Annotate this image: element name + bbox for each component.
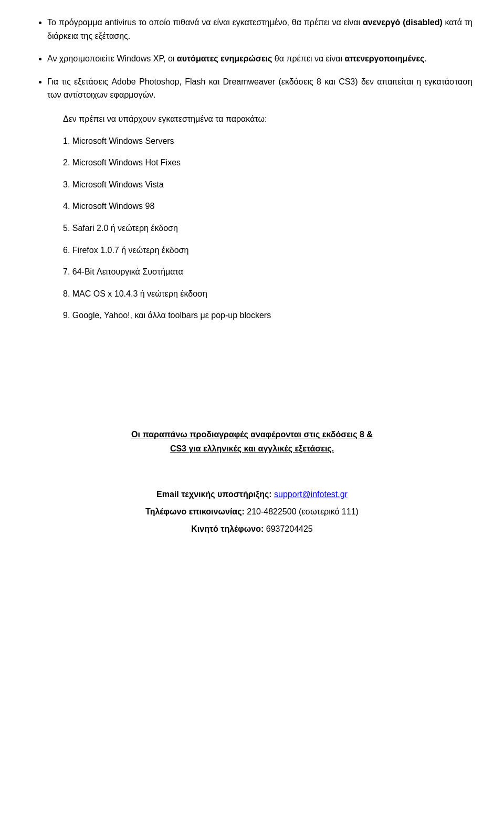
updates-bold1: αυτόματες ενημερώσεις	[177, 54, 272, 63]
phone-label: Τηλέφωνο επικοινωνίας:	[145, 507, 247, 516]
list-item: 7. 64-Bit Λειτουργικά Συστήματα	[63, 265, 472, 279]
list-item: 8. MAC OS x 10.4.3 ή νεώτερη έκδοση	[63, 287, 472, 301]
updates-text1: Αν χρησιμοποιείτε Windows XP, οι	[47, 54, 177, 63]
numbered-intro: Δεν πρέπει να υπάρχουν εγκατεστημένα τα …	[63, 112, 472, 126]
email-label: Email τεχνικής υποστήριξης:	[156, 490, 274, 499]
email-link[interactable]: support@infotest.gr	[274, 490, 348, 499]
list-item: 3. Microsoft Windows Vista	[63, 178, 472, 192]
contact-section: Email τεχνικής υποστήριξης: support@info…	[32, 487, 472, 554]
phone-line: Τηλέφωνο επικοινωνίας: 210-4822500 (εσωτ…	[32, 504, 472, 520]
item-4: 4. Microsoft Windows 98	[63, 202, 154, 210]
updates-text3: .	[424, 54, 426, 63]
email-line: Email τεχνικής υποστήριξης: support@info…	[32, 487, 472, 502]
numbered-items-list: 1. Microsoft Windows Servers 2. Microsof…	[63, 134, 472, 322]
item-7: 7. 64-Bit Λειτουργικά Συστήματα	[63, 267, 183, 276]
updates-bold2: απενεργοποιημένες	[345, 54, 425, 63]
list-item-adobe: Για τις εξετάσεις Adobe Photoshop, Flash…	[47, 75, 472, 102]
bullet-list: Το πρόγραμμα antivirus το οποίο πιθανά ν…	[32, 16, 472, 102]
item-2: 2. Microsoft Windows Hot Fixes	[63, 158, 181, 167]
item-5: 5. Safari 2.0 ή νεώτερη έκδοση	[63, 224, 178, 233]
list-item: 4. Microsoft Windows 98	[63, 199, 472, 213]
mobile-value: 6937204425	[266, 524, 313, 533]
item-9: 9. Google, Yahoo!, και άλλα toolbars με …	[63, 311, 271, 320]
list-item: 2. Microsoft Windows Hot Fixes	[63, 156, 472, 170]
adobe-text: Για τις εξετάσεις Adobe Photoshop, Flash…	[47, 77, 472, 100]
list-item: 5. Safari 2.0 ή νεώτερη έκδοση	[63, 222, 472, 235]
spacer	[32, 333, 472, 396]
list-item: 9. Google, Yahoo!, και άλλα toolbars με …	[63, 309, 472, 322]
footer-bold-statement: Οι παραπάνω προδιαγραφές αναφέρονται στι…	[32, 427, 472, 456]
updates-text2: θα πρέπει να είναι	[272, 54, 344, 63]
antivirus-bold: ανενεργό (disabled)	[363, 18, 443, 27]
item-3: 3. Microsoft Windows Vista	[63, 180, 164, 189]
mobile-label: Κινητό τηλέφωνο:	[191, 524, 266, 533]
list-item-windows-updates: Αν χρησιμοποιείτε Windows XP, οι αυτόματ…	[47, 52, 472, 66]
main-content: Το πρόγραμμα antivirus το οποίο πιθανά ν…	[32, 16, 472, 555]
item-6: 6. Firefox 1.0.7 ή νεώτερη έκδοση	[63, 246, 188, 255]
footer-line2: CS3 για ελληνικές και αγγλικές εξετάσεις…	[170, 444, 334, 453]
mobile-line: Κινητό τηλέφωνο: 6937204425	[32, 522, 472, 537]
phone-value: 210-4822500 (εσωτερικό 111)	[247, 507, 359, 516]
item-1: 1. Microsoft Windows Servers	[63, 136, 174, 145]
numbered-section: Δεν πρέπει να υπάρχουν εγκατεστημένα τα …	[63, 112, 472, 322]
footer-section: Οι παραπάνω προδιαγραφές αναφέρονται στι…	[32, 427, 472, 555]
item-8: 8. MAC OS x 10.4.3 ή νεώτερη έκδοση	[63, 289, 207, 298]
list-item-antivirus: Το πρόγραμμα antivirus το οποίο πιθανά ν…	[47, 16, 472, 43]
antivirus-text-before: Το πρόγραμμα antivirus το οποίο πιθανά ν…	[47, 18, 363, 27]
list-item: 1. Microsoft Windows Servers	[63, 134, 472, 148]
list-item: 6. Firefox 1.0.7 ή νεώτερη έκδοση	[63, 244, 472, 257]
footer-line1: Οι παραπάνω προδιαγραφές αναφέρονται στι…	[131, 430, 373, 439]
